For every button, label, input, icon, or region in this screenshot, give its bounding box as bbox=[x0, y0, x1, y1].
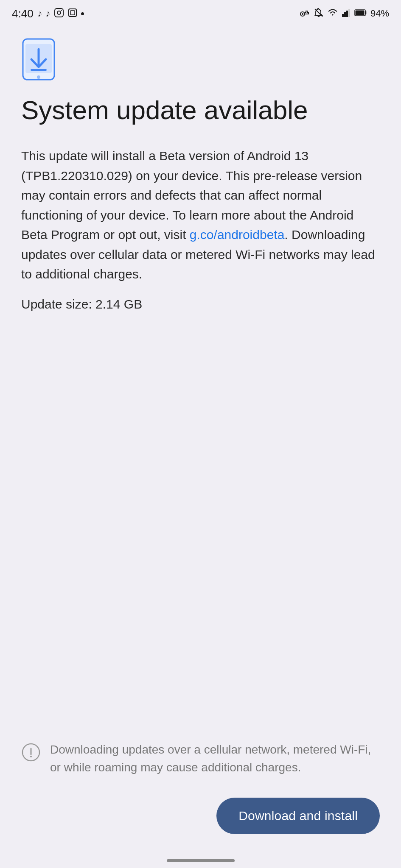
svg-rect-9 bbox=[344, 12, 346, 17]
main-content: System update available This update will… bbox=[0, 25, 401, 312]
svg-rect-4 bbox=[70, 11, 75, 15]
home-indicator bbox=[167, 859, 235, 862]
beta-link[interactable]: g.co/androidbeta bbox=[190, 228, 285, 242]
svg-point-18 bbox=[37, 75, 40, 79]
status-time: 4:40 bbox=[12, 7, 34, 20]
bottom-section: Downloading updates over a cellular netw… bbox=[0, 741, 401, 868]
status-icons-right: 94% bbox=[299, 8, 389, 19]
warning-icon bbox=[21, 743, 41, 762]
instagram-icon bbox=[54, 8, 64, 19]
svg-point-21 bbox=[30, 756, 32, 757]
notification-dot bbox=[81, 12, 84, 15]
vpn-icon bbox=[299, 8, 310, 19]
status-icons-left: ♪ ♪ bbox=[38, 8, 84, 19]
download-install-button[interactable]: Download and install bbox=[216, 798, 380, 834]
description-text: This update will install a Beta version … bbox=[21, 146, 380, 284]
battery-percentage: 94% bbox=[370, 8, 389, 19]
warning-row: Downloading updates over a cellular netw… bbox=[21, 741, 380, 776]
svg-point-6 bbox=[302, 13, 303, 15]
status-left: 4:40 ♪ ♪ bbox=[12, 7, 84, 20]
svg-rect-11 bbox=[348, 9, 350, 17]
signal-icon bbox=[342, 8, 351, 19]
svg-rect-0 bbox=[55, 8, 63, 17]
tiktok-icon-2: ♪ bbox=[46, 8, 50, 19]
svg-rect-8 bbox=[342, 14, 344, 17]
button-row: Download and install bbox=[21, 798, 380, 834]
wifi-icon bbox=[327, 8, 338, 19]
svg-point-1 bbox=[57, 11, 61, 14]
page-title: System update available bbox=[21, 95, 380, 125]
phone-download-icon bbox=[21, 38, 56, 81]
notification-muted-icon bbox=[314, 8, 324, 19]
svg-rect-10 bbox=[346, 11, 348, 17]
status-right: 94% bbox=[299, 8, 389, 19]
warning-text: Downloading updates over a cellular netw… bbox=[50, 741, 380, 776]
update-size: Update size: 2.14 GB bbox=[21, 297, 380, 312]
svg-rect-3 bbox=[69, 9, 76, 17]
svg-point-2 bbox=[61, 10, 62, 11]
camera-icon bbox=[67, 8, 78, 19]
tiktok-icon-1: ♪ bbox=[38, 8, 42, 19]
status-bar: 4:40 ♪ ♪ bbox=[0, 0, 401, 25]
update-icon-container bbox=[21, 38, 380, 82]
svg-rect-13 bbox=[355, 11, 364, 15]
battery-icon bbox=[354, 9, 367, 18]
